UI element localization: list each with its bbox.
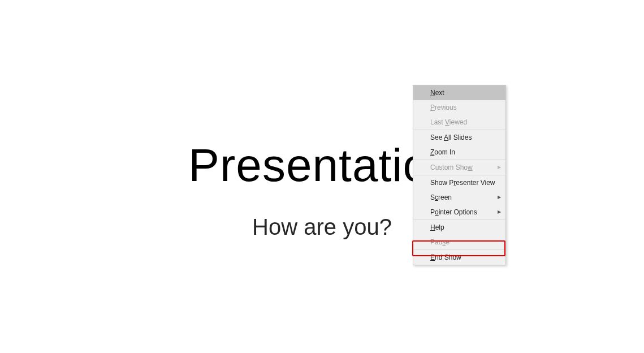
menu-item-show-presenter-view[interactable]: Show Presenter View — [413, 175, 505, 190]
submenu-arrow-icon: ▶ — [498, 208, 501, 216]
menu-item-text-post: nd Show — [435, 253, 461, 261]
menu-item-accel: V — [445, 118, 449, 126]
menu-item-accel: H — [430, 223, 435, 231]
menu-item-text-post: e — [446, 238, 449, 246]
menu-item-pointer-options[interactable]: Pointer Options▶ — [413, 205, 505, 219]
menu-item-text-post: elp — [435, 223, 444, 231]
menu-item-screen[interactable]: Screen▶ — [413, 190, 505, 205]
menu-item-text-pre: Show P — [430, 179, 453, 187]
menu-item-accel: A — [444, 134, 448, 141]
menu-item-text-pre: P — [430, 208, 435, 216]
menu-item-accel: o — [435, 208, 439, 216]
menu-item-text-pre: See — [430, 134, 444, 141]
menu-item-see-all-slides[interactable]: See All Slides — [413, 130, 505, 145]
menu-item-pause: Pause — [413, 235, 505, 249]
context-menu: NextPreviousLast ViewedSee All SlidesZoo… — [413, 85, 506, 265]
menu-item-text-post: ll Slides — [448, 134, 472, 141]
menu-item-text-post: ext — [435, 89, 444, 97]
menu-item-text-post: reen — [438, 193, 452, 201]
submenu-arrow-icon: ▶ — [498, 163, 501, 171]
menu-item-text-post: inter Options — [439, 208, 477, 216]
menu-item-text-pre: S — [430, 193, 435, 201]
menu-item-text-pre: Last — [430, 118, 445, 126]
menu-item-text-post: iewed — [449, 118, 467, 126]
menu-item-text-post: esenter View — [456, 179, 495, 187]
menu-item-next[interactable]: Next — [413, 85, 505, 100]
menu-item-accel: P — [430, 104, 435, 111]
menu-item-previous: Previous — [413, 100, 505, 115]
slide-canvas[interactable]: Presentation How are you? — [0, 0, 644, 353]
menu-item-accel: N — [430, 89, 435, 97]
slide-subtitle: How are you? — [252, 214, 392, 240]
menu-item-text-post: oom In — [434, 148, 455, 156]
menu-item-accel: w — [468, 163, 473, 171]
menu-item-text-pre: Custom Sho — [430, 163, 468, 171]
menu-item-last-viewed: Last Viewed — [413, 115, 505, 130]
menu-item-zoom-in[interactable]: Zoom In — [413, 145, 505, 160]
menu-item-text-post: revious — [435, 104, 457, 111]
menu-item-help[interactable]: Help — [413, 220, 505, 235]
menu-item-end-show[interactable]: End Show — [413, 250, 505, 265]
menu-item-custom-show: Custom Show▶ — [413, 160, 505, 175]
menu-item-accel: E — [430, 253, 435, 261]
submenu-arrow-icon: ▶ — [498, 193, 501, 201]
menu-item-text-pre: Pau — [430, 238, 442, 246]
